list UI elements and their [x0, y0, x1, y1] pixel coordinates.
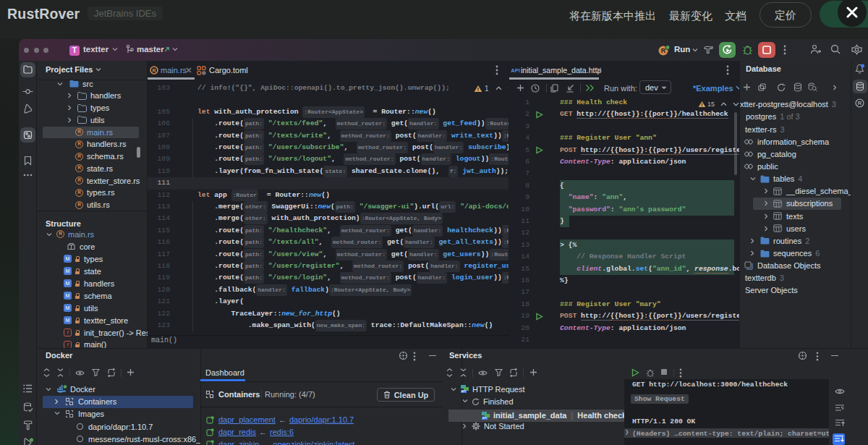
svg-text:API: API — [482, 417, 487, 420]
svg-text:R: R — [152, 68, 156, 73]
svg-text:R: R — [203, 71, 205, 75]
svg-text:R: R — [858, 100, 862, 106]
svg-text:API: API — [461, 390, 466, 393]
